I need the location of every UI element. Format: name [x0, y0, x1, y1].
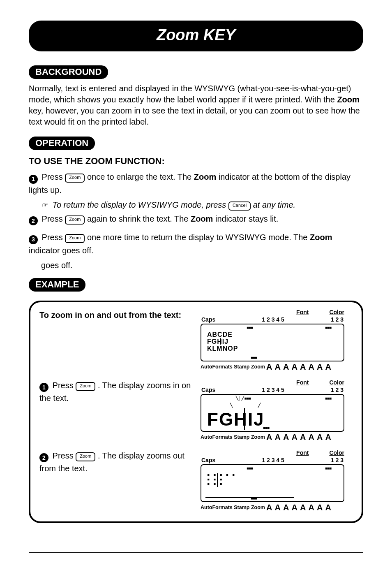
lcd-bottom-labels: AutoFormats Stamp Zoom: [201, 364, 265, 370]
ex2-a: Press: [53, 451, 76, 460]
lcd-bottom-style-icons: A A A A A A A A: [266, 433, 332, 442]
lcd-font-label: Font: [296, 309, 309, 315]
lcd-2-top: Font Color: [201, 379, 344, 386]
lcd-cursor-icon: [217, 473, 218, 487]
lcd-caps-label: Caps: [201, 316, 215, 323]
step3-text-a: Press: [42, 233, 65, 242]
lcd-arrow-icon: ╱: [258, 403, 260, 408]
step2-bold: Zoom: [191, 214, 213, 223]
lcd-2-wrap: Font Color Caps 1 2 3 4 5 1 2 3 ╲ │ ╱ ■■…: [201, 379, 354, 442]
lcd-3-bottom: AutoFormats Stamp Zoom A A A A A A A A: [201, 503, 344, 512]
lcd-cursor-icon: [244, 408, 245, 430]
step1-bold: Zoom: [194, 172, 216, 181]
example-step-2: 2 Press Zoom . The display zooms out fro…: [39, 449, 201, 475]
example-box: To zoom in on and out from the text: Fon…: [29, 301, 363, 523]
pointer-icon: ☞: [41, 201, 48, 209]
step2-text-c: indicator stays lit.: [213, 214, 278, 223]
step-1-note: ☞ To return the display to WYSIWYG mode,…: [41, 199, 363, 211]
zoom-key-icon: Zoom: [65, 215, 85, 225]
lcd-1-screen: ■■■ ■■■ ABCDE FGHIJ KLMNOP ■■■: [201, 324, 344, 361]
step3-text-b: one more time to return the display to W…: [85, 233, 310, 242]
page: Zoom KEY BACKGROUND Normally, text is en…: [0, 0, 392, 572]
lcd-bottom-labels: AutoFormats Stamp Zoom: [201, 434, 265, 440]
lcd-font-nums: 1 2 3 4 5: [262, 387, 284, 393]
lcd-arrow-icon: ■■■: [251, 355, 257, 360]
lcd-font-nums: 1 2 3 4 5: [262, 316, 284, 323]
lcd-1-text: ABCDE FGHIJ KLMNOP: [207, 331, 238, 352]
lcd-arrow-icon: ■■■: [251, 496, 257, 500]
lcd-3-labelrow: Caps 1 2 3 4 5 1 2 3: [201, 456, 344, 463]
lcd-arrow-icon: ■■■: [325, 325, 331, 330]
step-number-3: 3: [29, 235, 38, 244]
lcd-arrow-icon: ■■■: [247, 325, 253, 330]
lcd-1-top: Font Color: [201, 309, 344, 315]
lcd-color-label: Color: [329, 379, 344, 386]
lcd-bottom-style-icons: A A A A A A A A: [266, 362, 332, 372]
lcd-color-label: Color: [329, 449, 344, 456]
lcd-2-labelrow: Caps 1 2 3 4 5 1 2 3: [201, 386, 344, 393]
step1-text-a: Press: [42, 172, 65, 181]
background-text-c: key, however, you can zoom in to see the…: [29, 106, 360, 126]
step-2: 2 Press Zoom again to shrink the text. T…: [29, 213, 363, 226]
lcd-3-screen: ■■■ ■■■ ▪ ▪ ▪ ▪ ▪ ▪ ▪ ▪ ▪ ▪ ▪ ■■■: [201, 464, 344, 502]
page-title-bar: Zoom KEY: [29, 21, 363, 51]
lcd-2-text: FGHIJ: [207, 409, 265, 430]
example-step-1: 1 Press Zoom . The display zooms in on t…: [39, 379, 201, 405]
section-header-operation: OPERATION: [29, 137, 95, 150]
section-header-example: EXAMPLE: [29, 278, 85, 292]
lcd-cursor-icon: [220, 338, 221, 345]
lcd-3-blob-l3: ▪ ▪ ▪: [207, 481, 223, 486]
lcd-arrow-icon: ■■■: [325, 466, 331, 470]
lcd-3: Font Color Caps 1 2 3 4 5 1 2 3 ■■■ ■■■ …: [201, 449, 344, 512]
ex1-a: Press: [53, 381, 76, 390]
lcd-arrow-icon: ╲ │ ╱ ■■■: [236, 396, 251, 401]
lcd-arrow-icon: ■■■: [263, 426, 269, 430]
lcd-font-label: Font: [296, 379, 309, 386]
lcd-3-top: Font Color: [201, 449, 344, 456]
lcd-arrow-icon: ■■■: [325, 396, 331, 401]
zoom-key-icon: Zoom: [76, 382, 95, 391]
step2-text-a: Press: [42, 214, 65, 223]
lcd-bottom-labels: AutoFormats Stamp Zoom: [201, 505, 265, 510]
step-3-cont: goes off.: [41, 259, 363, 271]
lcd-1-line3: KLMNOP: [207, 345, 238, 352]
lcd-1-wrap: Font Color Caps 1 2 3 4 5 1 2 3 ■■■ ■■■ …: [201, 309, 354, 372]
example-title: To zoom in on and out from the text:: [39, 309, 201, 321]
background-paragraph: Normally, text is entered and displayed …: [29, 83, 363, 127]
background-text-bold: Zoom: [337, 95, 359, 104]
lcd-2: Font Color Caps 1 2 3 4 5 1 2 3 ╲ │ ╱ ■■…: [201, 379, 344, 442]
lcd-arrow-icon: ╲: [230, 403, 232, 408]
step3-bold: Zoom: [310, 233, 332, 242]
section-header-background: BACKGROUND: [29, 65, 108, 79]
step-number-2: 2: [39, 453, 48, 462]
footer-rule: [29, 552, 363, 553]
step-number-2: 2: [29, 216, 38, 225]
example-row-0: To zoom in on and out from the text: Fon…: [39, 309, 354, 372]
lcd-caps-label: Caps: [201, 457, 215, 463]
lcd-3-blob: ▪ ▪ ▪ ▪ ▪ ▪ ▪ ▪ ▪ ▪ ▪: [207, 472, 235, 486]
step1-note-a: To return the display to WYSIWYG mode, p…: [53, 200, 228, 209]
step-number-1: 1: [29, 175, 38, 184]
step3-text-c: indicator goes off.: [29, 246, 94, 255]
lcd-bottom-style-icons: A A A A A A A A: [266, 503, 332, 512]
example-row-2: 2 Press Zoom . The display zooms out fro…: [39, 449, 354, 512]
lcd-3-underline: [205, 497, 294, 498]
step1-text-b: once to enlarge the text. The: [85, 172, 194, 181]
lcd-1-bottom: AutoFormats Stamp Zoom A A A A A A A A: [201, 362, 344, 372]
step1-note-b: at any time.: [251, 200, 295, 209]
lcd-font-label: Font: [296, 449, 309, 456]
lcd-color-nums: 1 2 3: [331, 387, 344, 393]
lcd-2-screen: ╲ │ ╱ ■■■ ■■■ ╲ ╱ FGHIJ ■■■: [201, 394, 344, 432]
step-3: 3 Press Zoom one more time to return the…: [29, 231, 363, 257]
example-row-1: 1 Press Zoom . The display zooms in on t…: [39, 379, 354, 442]
lcd-color-nums: 1 2 3: [331, 316, 344, 323]
step-1: 1 Press Zoom once to enlarge the text. T…: [29, 171, 363, 196]
lcd-caps-label: Caps: [201, 387, 215, 393]
lcd-1-line1: ABCDE: [207, 331, 233, 338]
background-text-a: Normally, text is entered and displayed …: [29, 84, 351, 104]
lcd-2-bottom: AutoFormats Stamp Zoom A A A A A A A A: [201, 433, 344, 442]
cancel-key-icon: Cancel: [228, 201, 251, 211]
lcd-3-wrap: Font Color Caps 1 2 3 4 5 1 2 3 ■■■ ■■■ …: [201, 449, 354, 512]
lcd-color-nums: 1 2 3: [331, 457, 344, 463]
lcd-color-label: Color: [329, 309, 344, 315]
